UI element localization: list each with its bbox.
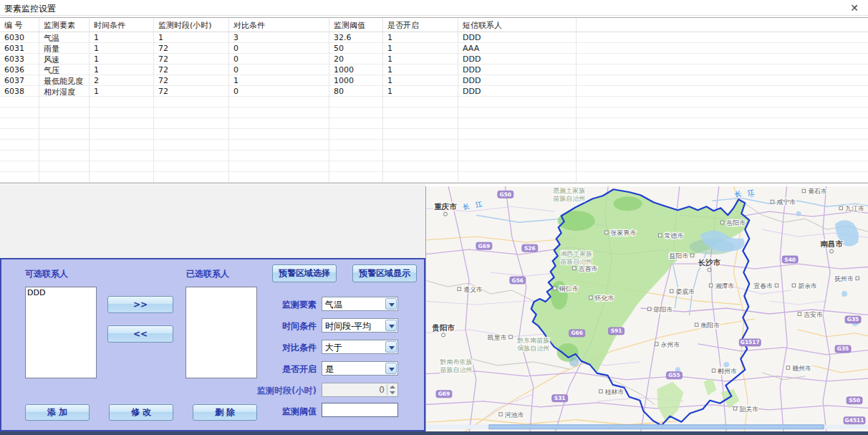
compare-condition-combo[interactable]: 大于: [322, 340, 398, 354]
threshold-input[interactable]: [322, 403, 398, 417]
enabled-combo-value: 是: [325, 363, 334, 376]
available-contacts-label: 可选联系人: [25, 268, 68, 280]
table-cell: [458, 140, 577, 150]
road-badge-label: G1517: [741, 339, 760, 345]
table-cell: 0: [229, 64, 329, 75]
column-header[interactable]: 监测要素: [39, 18, 90, 32]
table-cell: [39, 140, 90, 150]
table-cell: [154, 97, 229, 107]
list-item[interactable]: DDD: [26, 287, 96, 298]
table-row[interactable]: [0, 107, 868, 118]
table-cell: [329, 97, 383, 107]
table-row[interactable]: 6037最低能见度272110001DDD: [0, 75, 868, 86]
table-cell: 6038: [0, 86, 39, 97]
column-header[interactable]: 时间条件: [90, 18, 154, 32]
table-row[interactable]: [0, 97, 868, 107]
table-cell: [577, 97, 868, 107]
table-cell: [458, 118, 577, 129]
city-marker-icon: [499, 413, 502, 416]
city-marker-icon: [554, 287, 556, 290]
city-marker-icon: [839, 206, 842, 209]
table-cell: 32.6: [329, 32, 383, 43]
table-row[interactable]: [0, 150, 868, 161]
city-label: 长沙市: [698, 258, 721, 267]
table-row[interactable]: 6031雨量1720501AAA: [0, 43, 868, 54]
table-cell: [39, 107, 90, 118]
chevron-down-icon[interactable]: [385, 341, 397, 353]
column-header[interactable]: 监测阈值: [329, 18, 383, 32]
column-header[interactable]: 是否开启: [383, 18, 458, 32]
column-header[interactable]: [577, 18, 868, 32]
chevron-down-icon[interactable]: [385, 320, 397, 331]
table-cell: [39, 118, 90, 129]
table-row[interactable]: [0, 161, 868, 172]
table-row[interactable]: 6033风速1720201DDD: [0, 54, 868, 64]
city-label: 邵阳市: [653, 306, 672, 313]
table-cell: [90, 172, 154, 183]
city-marker-icon: [720, 221, 723, 224]
table-row[interactable]: [0, 140, 868, 150]
table-row[interactable]: 6030气温11332.61DDD: [0, 32, 868, 43]
road-badge-label: S31: [554, 395, 566, 401]
city-label: 遵义市: [463, 286, 483, 293]
table-cell: [90, 97, 154, 107]
table-cell: [577, 54, 868, 64]
table-cell: 6031: [0, 43, 39, 54]
enabled-combo[interactable]: 是: [322, 361, 398, 376]
city-marker-icon: [509, 335, 512, 338]
table-cell: [39, 172, 90, 183]
table-row[interactable]: 6038相对湿度1720801DDD: [0, 86, 868, 97]
column-header[interactable]: 短信联系人: [458, 18, 577, 32]
spinner-arrows-icon[interactable]: [387, 384, 397, 396]
city-label: 娄底市: [675, 288, 695, 295]
column-header[interactable]: 对比条件: [229, 18, 329, 32]
table-cell: [90, 161, 154, 172]
table-cell: [154, 161, 229, 172]
table-cell: [329, 129, 383, 140]
table-cell: [0, 107, 39, 118]
table-cell: [577, 129, 868, 140]
table-cell: 0: [229, 86, 329, 97]
table-row[interactable]: [0, 118, 868, 129]
chevron-down-icon[interactable]: [385, 363, 397, 374]
warning-area-display-button[interactable]: 预警区域显示: [352, 264, 417, 282]
city-marker-icon: [856, 277, 859, 279]
chevron-down-icon[interactable]: [385, 298, 397, 310]
table-cell: [458, 161, 577, 172]
delete-button[interactable]: 删 除: [193, 404, 257, 421]
warning-area-select-button[interactable]: 预警区域选择: [272, 264, 337, 282]
available-contacts-listbox[interactable]: DDD: [25, 287, 97, 378]
city-label: 九江市: [845, 205, 864, 212]
period-hours-spinner[interactable]: 0: [322, 383, 398, 397]
column-header[interactable]: 编 号: [0, 18, 39, 32]
table-cell: [329, 172, 383, 183]
city-marker-icon: [830, 249, 834, 253]
table-row[interactable]: [0, 172, 868, 183]
city-marker-icon: [589, 296, 592, 299]
add-button[interactable]: 添 加: [25, 404, 90, 421]
table-row[interactable]: 6036气压172010001DDD: [0, 64, 868, 75]
table-cell: 2: [90, 75, 154, 86]
table-cell: 雨量: [39, 43, 90, 54]
city-label: 贵阳市: [431, 323, 455, 333]
road-badge-label: G35: [847, 316, 859, 322]
table-cell: 1: [90, 43, 154, 54]
city-marker-icon: [599, 390, 602, 393]
table-row[interactable]: [0, 129, 868, 140]
table-cell: [0, 118, 39, 129]
move-left-button[interactable]: <<: [107, 325, 173, 343]
modify-button[interactable]: 修 改: [109, 404, 173, 421]
time-condition-combo[interactable]: 时间段-平均: [322, 318, 398, 333]
selected-contacts-listbox[interactable]: [185, 287, 257, 378]
table-cell: [577, 118, 868, 129]
close-icon[interactable]: ✕: [848, 1, 861, 14]
city-marker-icon: [695, 323, 698, 326]
road-badge-label: S91: [611, 328, 622, 334]
element-combo[interactable]: 气温: [322, 297, 398, 311]
column-header[interactable]: 监测时段(小时): [154, 18, 229, 32]
table-cell: [577, 75, 868, 86]
map-scrollbar-thumb[interactable]: [489, 425, 824, 429]
city-label: 抚州市: [834, 275, 854, 282]
map-view[interactable]: G50G69S26G56S40G35G35G1517G66S91G55S31G6…: [425, 186, 868, 431]
move-right-button[interactable]: >>: [107, 296, 173, 313]
